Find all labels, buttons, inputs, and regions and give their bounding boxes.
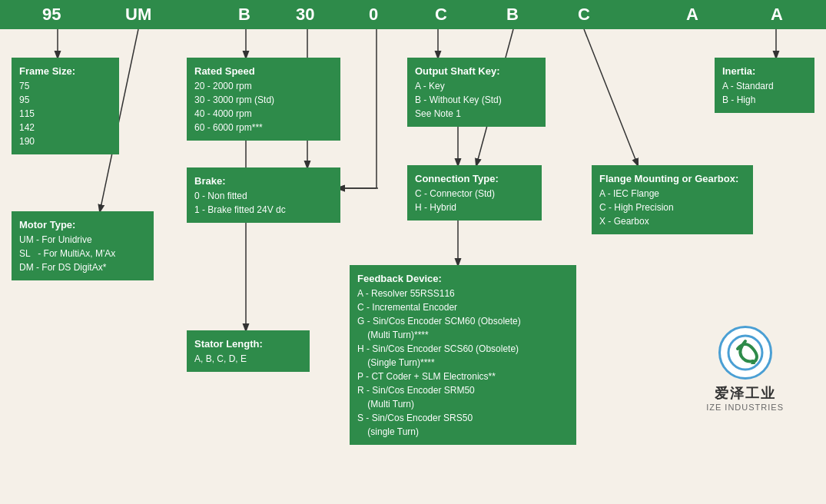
motor-type-box: Motor Type: UM - For UnidriveSL - For Mu…	[12, 211, 154, 280]
brake-box: Brake: 0 - Non fitted1 - Brake fitted 24…	[187, 167, 340, 223]
rated-speed-content: 20 - 2000 rpm30 - 3000 rpm (Std)40 - 400…	[194, 79, 333, 134]
flange-mounting-content: A - IEC FlangeC - High PrecisionX - Gear…	[599, 187, 745, 228]
stator-length-box: Stator Length: A, B, C, D, E	[187, 330, 310, 372]
logo-chinese: 爱泽工业	[715, 384, 776, 403]
brake-content: 0 - Non fitted1 - Brake fitted 24V dc	[194, 189, 333, 217]
inertia-title: Inertia:	[722, 64, 807, 79]
motor-type-content: UM - For UnidriveSL - For MultiAx, M'AxD…	[19, 233, 146, 274]
connection-type-title: Connection Type:	[415, 171, 534, 187]
flange-mounting-title: Flange Mounting or Gearbox:	[599, 171, 745, 187]
motor-type-title: Motor Type:	[19, 217, 146, 233]
connection-type-content: C - Connector (Std)H - Hybrid	[415, 187, 534, 214]
segment-um: UM	[125, 0, 151, 29]
rated-speed-title: Rated Speed	[194, 64, 333, 79]
output-shaft-key-content: A - KeyB - Without Key (Std)See Note 1	[415, 79, 538, 121]
logo-area: 爱泽工业 IZE INDUSTRIES	[706, 326, 784, 412]
inertia-box: Inertia: A - StandardB - High	[715, 58, 814, 113]
logo-english: IZE INDUSTRIES	[706, 403, 784, 412]
output-shaft-key-box: Output Shaft Key: A - KeyB - Without Key…	[407, 58, 546, 127]
segment-a1: A	[686, 0, 698, 29]
segment-b2: B	[506, 0, 519, 29]
feedback-device-title: Feedback Device:	[357, 271, 569, 287]
segment-c2: C	[578, 0, 590, 29]
segment-95: 95	[42, 0, 61, 29]
rated-speed-box: Rated Speed 20 - 2000 rpm30 - 3000 rpm (…	[187, 58, 340, 141]
connection-type-box: Connection Type: C - Connector (Std)H - …	[407, 165, 542, 220]
frame-size-box: Frame Size: 7595115142190	[12, 58, 119, 154]
feedback-device-box: Feedback Device: A - Resolver 55RSS116 C…	[350, 265, 576, 445]
flange-mounting-box: Flange Mounting or Gearbox: A - IEC Flan…	[592, 165, 753, 234]
segment-a2: A	[771, 0, 783, 29]
output-shaft-key-title: Output Shaft Key:	[415, 64, 538, 79]
segment-30: 30	[296, 0, 314, 29]
segment-b1: B	[238, 0, 250, 29]
stator-length-content: A, B, C, D, E	[194, 352, 302, 366]
brake-title: Brake:	[194, 174, 333, 189]
diagram-container: 95 UM B 30 0 C B C A A	[0, 0, 826, 504]
frame-size-title: Frame Size:	[19, 64, 111, 79]
inertia-content: A - StandardB - High	[722, 79, 807, 107]
svg-line-8	[584, 29, 638, 165]
segment-c1: C	[435, 0, 447, 29]
segment-0: 0	[369, 0, 378, 29]
frame-size-content: 7595115142190	[19, 79, 111, 148]
header-bar: 95 UM B 30 0 C B C A A	[0, 0, 826, 29]
logo-circle	[718, 326, 772, 380]
feedback-device-content: A - Resolver 55RSS116 C - Incremental En…	[357, 287, 569, 439]
stator-length-title: Stator Length:	[194, 337, 302, 352]
